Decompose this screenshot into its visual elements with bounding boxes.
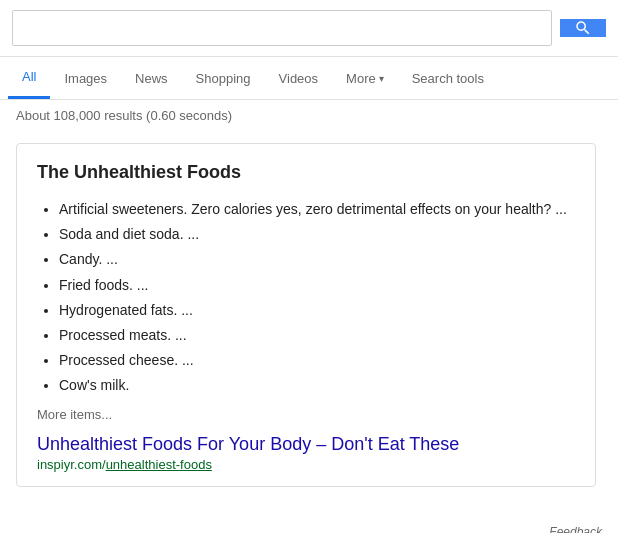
result-title-link[interactable]: Unhealthiest Foods For Your Body – Don't… <box>37 434 575 455</box>
tab-images[interactable]: Images <box>50 59 121 98</box>
chevron-down-icon: ▾ <box>379 73 384 84</box>
feedback-row: Feedback <box>0 515 618 534</box>
list-item: Candy. ... <box>59 247 575 272</box>
result-url: inspiyr.com/unhealthiest-foods <box>37 457 575 472</box>
tab-search-tools[interactable]: Search tools <box>398 59 498 98</box>
featured-list: Artificial sweeteners. Zero calories yes… <box>37 197 575 399</box>
featured-box: The Unhealthiest Foods Artificial sweete… <box>16 143 596 487</box>
main-content: The Unhealthiest Foods Artificial sweete… <box>0 131 618 515</box>
more-items-link[interactable]: More items... <box>37 407 575 422</box>
list-item: Processed cheese. ... <box>59 348 575 373</box>
search-icon <box>574 19 592 37</box>
list-item: Hydrogenated fats. ... <box>59 298 575 323</box>
list-item: Processed meats. ... <box>59 323 575 348</box>
list-item: Fried foods. ... <box>59 273 575 298</box>
search-input-wrapper: unhealthiest foods <box>12 10 552 46</box>
tab-all[interactable]: All <box>8 57 50 99</box>
nav-tabs: All Images News Shopping Videos More ▾ S… <box>0 57 618 100</box>
search-header: unhealthiest foods <box>0 0 618 57</box>
tab-shopping[interactable]: Shopping <box>182 59 265 98</box>
tab-news[interactable]: News <box>121 59 182 98</box>
search-button[interactable] <box>560 19 606 37</box>
tab-more[interactable]: More ▾ <box>332 59 398 98</box>
list-item: Soda and diet soda. ... <box>59 222 575 247</box>
feedback-link[interactable]: Feedback <box>549 525 602 534</box>
search-input[interactable]: unhealthiest foods <box>13 11 551 45</box>
tab-videos[interactable]: Videos <box>265 59 333 98</box>
list-item: Artificial sweeteners. Zero calories yes… <box>59 197 575 222</box>
list-item: Cow's milk. <box>59 373 575 398</box>
featured-title: The Unhealthiest Foods <box>37 162 575 183</box>
results-info: About 108,000 results (0.60 seconds) <box>0 100 618 131</box>
